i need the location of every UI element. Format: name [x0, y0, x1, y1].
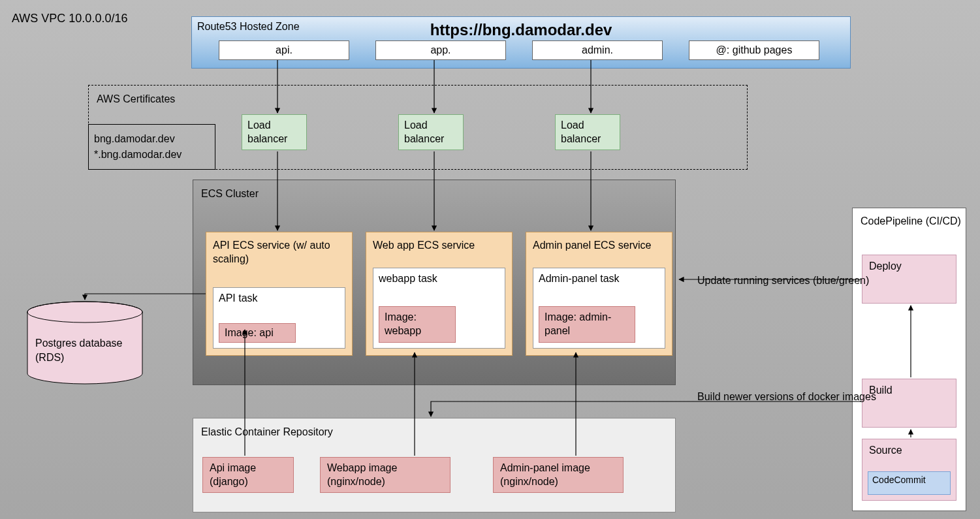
dns-admin: admin.	[532, 40, 663, 60]
task-api-title: API task	[219, 292, 340, 306]
diagram-canvas: AWS VPC 10.0.0.0/16 Route53 Hosted Zone …	[0, 0, 980, 519]
task-api: API task Image: api	[213, 287, 345, 349]
service-webapp-title: Web app ECS service	[373, 239, 505, 253]
dns-app: app.	[375, 40, 506, 60]
label-update: Update running services (blue/green)	[697, 274, 869, 288]
service-webapp: Web app ECS service webapp task Image: w…	[366, 232, 513, 356]
route53-url: https://bng.damodar.dev	[192, 21, 850, 39]
rds-line2: (RDS)	[35, 351, 122, 365]
stage-deploy: Deploy	[862, 255, 956, 304]
task-admin-title: Admin-panel task	[539, 272, 659, 286]
vpc-label: AWS VPC 10.0.0.0/16	[12, 12, 127, 25]
codecommit: CodeCommit	[868, 471, 951, 495]
rds: Postgres database (RDS)	[26, 300, 144, 385]
task-webapp: webapp task Image: webapp	[373, 268, 505, 349]
service-api-title: API ECS service (w/ auto scaling)	[213, 239, 345, 266]
image-admin: Image: admin-panel	[539, 306, 635, 343]
cert-domains: bng.damodar.dev *.bng.damodar.dev	[88, 124, 215, 170]
lb-app: Load balancer	[398, 114, 464, 150]
service-admin-title: Admin panel ECS service	[533, 239, 665, 253]
stage-source: Source CodeCommit	[862, 439, 956, 501]
cert-line1: bng.damodar.dev	[94, 131, 210, 147]
rds-line1: Postgres database	[35, 336, 122, 351]
dns-root: @: github pages	[689, 40, 819, 60]
image-api: Image: api	[219, 323, 296, 343]
lb-api: Load balancer	[242, 114, 307, 150]
dns-api: api.	[219, 40, 349, 60]
lb-admin: Load balancer	[555, 114, 620, 150]
service-api: API ECS service (w/ auto scaling) API ta…	[206, 232, 353, 356]
certs-title: AWS Certificates	[97, 93, 175, 105]
task-admin: Admin-panel task Image: admin-panel	[533, 268, 665, 349]
task-webapp-title: webapp task	[379, 272, 499, 286]
ecr-image-webapp: Webapp image (nginx/node)	[320, 457, 450, 493]
pipeline-title: CodePipeline (CI/CD)	[861, 215, 961, 228]
service-admin: Admin panel ECS service Admin-panel task…	[526, 232, 672, 356]
stage-source-label: Source	[869, 445, 902, 456]
ecs-title: ECS Cluster	[201, 188, 259, 200]
ecr-title: Elastic Container Repository	[201, 426, 333, 438]
label-buildimg: Build newer versions of docker images	[697, 390, 876, 404]
ecr-image-admin: Admin-panel image (nginx/node)	[493, 457, 624, 493]
ecr-image-api: Api image (django)	[202, 457, 294, 493]
image-webapp: Image: webapp	[379, 306, 456, 343]
cert-line2: *.bng.damodar.dev	[94, 147, 210, 163]
